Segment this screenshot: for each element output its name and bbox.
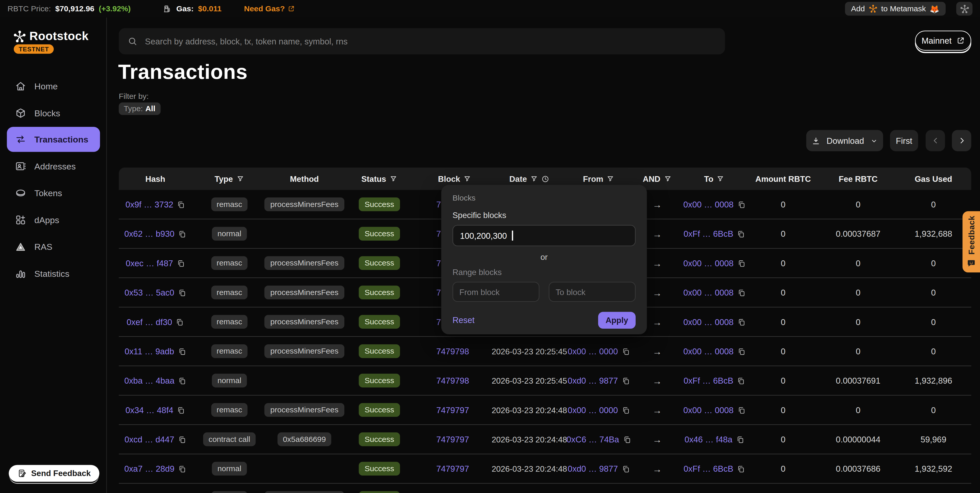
from-link[interactable]: 0xC6 … 74Ba (566, 435, 619, 444)
sidebar-item-tokens[interactable]: Tokens (0, 179, 107, 206)
hash-link[interactable]: 0x9f … 3732 (125, 200, 173, 209)
to-link[interactable]: 0x00 … 0008 (683, 405, 733, 415)
need-gas-link[interactable]: Need Gas? (244, 4, 295, 13)
gas-value: 0 (931, 405, 936, 415)
from-link[interactable]: 0x00 … 0000 (568, 405, 618, 415)
hash-link[interactable]: 0x62 … b930 (124, 229, 174, 239)
copy-icon[interactable] (737, 406, 746, 414)
filter-funnel-icon[interactable] (606, 175, 614, 183)
to-link[interactable]: 0x00 … 0008 (683, 317, 733, 327)
hash-link[interactable]: 0x53 … 5ac0 (124, 288, 174, 297)
hash-link[interactable]: 0xba … 4baa (124, 376, 174, 385)
copy-icon[interactable] (178, 288, 186, 297)
from-link[interactable]: 0xd0 … 9877 (568, 464, 618, 474)
copy-icon[interactable] (178, 464, 186, 473)
sidebar-item-home[interactable]: Home (0, 72, 107, 99)
to-link[interactable]: 0x46 … f48a (684, 435, 732, 444)
sidebar-item-ras[interactable]: RAS (0, 233, 107, 260)
copy-icon[interactable] (737, 377, 745, 385)
copy-icon[interactable] (178, 435, 186, 444)
previous-page-button[interactable] (926, 130, 945, 151)
to-link[interactable]: 0xFf … 6BcB (684, 464, 733, 474)
copy-icon[interactable] (736, 435, 744, 444)
rootstock-mark-button[interactable] (956, 2, 972, 16)
filter-funnel-icon[interactable] (530, 175, 538, 183)
filter-funnel-icon[interactable] (236, 175, 244, 183)
block-link[interactable]: 7 (436, 258, 441, 268)
method-chip: processMinersFees (265, 344, 344, 358)
hash-link[interactable]: 0xa7 … 28d9 (124, 464, 174, 474)
block-link[interactable]: 7479797 (436, 405, 469, 415)
sidebar-item-transactions[interactable]: Transactions (7, 127, 100, 152)
copy-icon[interactable] (737, 318, 746, 326)
sidebar-item-blocks[interactable]: Blocks (0, 99, 107, 126)
to-link[interactable]: 0xFf … 6BcB (684, 229, 733, 239)
from-link[interactable]: 0xd0 … 9877 (568, 376, 618, 385)
date-value: 2026-03-23 20:25:45 (492, 347, 567, 356)
block-link[interactable]: 7479797 (436, 464, 469, 474)
hash-link[interactable]: 0xcd … d447 (124, 435, 174, 444)
hash-link[interactable]: 0x34 … 48f4 (125, 405, 173, 415)
download-button[interactable]: Download (806, 130, 883, 151)
next-page-button[interactable] (952, 130, 971, 151)
apply-button[interactable]: Apply (598, 312, 636, 329)
copy-icon[interactable] (737, 464, 745, 473)
filter-funnel-icon[interactable] (716, 175, 725, 183)
to-link[interactable]: 0x00 … 0008 (683, 347, 733, 356)
from-link[interactable]: 0x00 … 0000 (568, 347, 618, 356)
copy-icon[interactable] (178, 377, 186, 385)
copy-icon[interactable] (623, 435, 631, 444)
block-link[interactable]: 7479798 (436, 376, 469, 385)
copy-icon[interactable] (737, 229, 745, 238)
first-page-button[interactable]: First (890, 130, 918, 151)
copy-icon[interactable] (737, 200, 746, 208)
block-link[interactable]: 7479797 (436, 435, 469, 444)
block-link[interactable]: 7 (436, 200, 441, 209)
hash-link[interactable]: 0xec … f487 (126, 258, 173, 268)
copy-icon[interactable] (177, 259, 185, 267)
brand-logo[interactable]: Rootstock (13, 29, 89, 43)
to-link[interactable]: 0x00 … 0008 (683, 258, 733, 268)
clock-icon[interactable] (541, 175, 550, 183)
block-link[interactable]: 7 (436, 317, 441, 327)
copy-icon[interactable] (622, 347, 630, 355)
sidebar-item-statistics[interactable]: Statistics (0, 260, 107, 287)
copy-icon[interactable] (622, 406, 630, 414)
to-link[interactable]: 0x00 … 0008 (683, 288, 733, 297)
block-link[interactable]: 7479798 (436, 347, 469, 356)
cell-fee: 0.00037686 (821, 464, 896, 474)
mainnet-switch-button[interactable]: Mainnet (915, 30, 971, 51)
send-feedback-button[interactable]: Send Feedback (9, 465, 99, 482)
sidebar-item-dapps[interactable]: dApps (0, 206, 107, 233)
gas-value: 0 (931, 347, 936, 356)
from-block-input[interactable] (452, 282, 539, 302)
cell-gas: 0 (896, 347, 971, 356)
type-filter-chip[interactable]: Type: All (119, 102, 160, 115)
copy-icon[interactable] (177, 200, 185, 208)
hash-link[interactable]: 0xef … df30 (127, 317, 172, 327)
feedback-side-tab[interactable]: Feedback (963, 212, 980, 272)
copy-icon[interactable] (737, 288, 746, 297)
copy-icon[interactable] (178, 229, 186, 238)
hash-link[interactable]: 0x11 … 9adb (124, 347, 174, 356)
copy-icon[interactable] (622, 464, 630, 473)
search-input[interactable] (144, 36, 716, 46)
filter-funnel-icon[interactable] (663, 175, 672, 183)
copy-icon[interactable] (737, 259, 746, 267)
filter-funnel-icon[interactable] (389, 175, 398, 183)
block-link[interactable]: 7 (436, 229, 441, 239)
copy-icon[interactable] (737, 347, 746, 355)
sidebar-item-addresses[interactable]: Addresses (0, 153, 107, 180)
to-block-input[interactable] (549, 282, 636, 302)
specific-blocks-input[interactable] (452, 225, 636, 246)
copy-icon[interactable] (622, 377, 630, 385)
block-link[interactable]: 7 (436, 288, 441, 297)
reset-link[interactable]: Reset (452, 316, 474, 325)
to-link[interactable]: 0x00 … 0008 (683, 200, 733, 209)
add-to-metamask-button[interactable]: Add to Metamask 🦊 (845, 2, 946, 16)
copy-icon[interactable] (176, 318, 184, 326)
filter-funnel-icon[interactable] (463, 175, 471, 183)
copy-icon[interactable] (178, 347, 186, 355)
to-link[interactable]: 0xFf … 6BcB (684, 376, 733, 385)
copy-icon[interactable] (177, 406, 185, 414)
